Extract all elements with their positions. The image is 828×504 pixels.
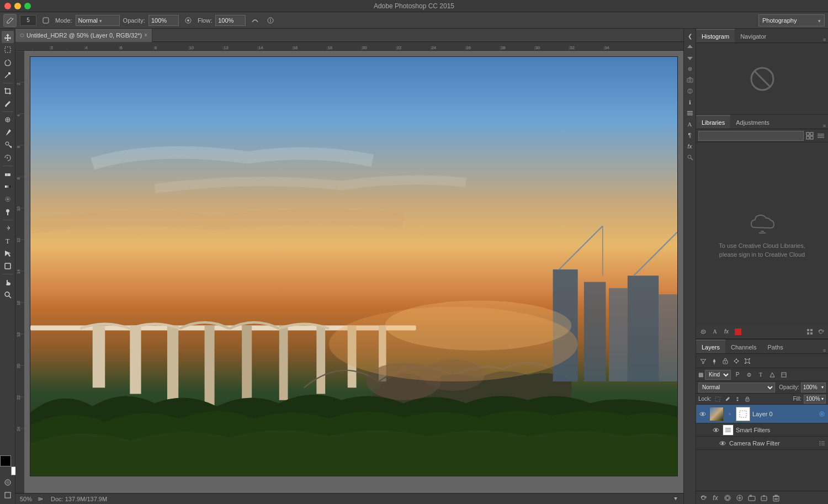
pressure-btn[interactable] — [264, 14, 277, 26]
filter-layers-btn[interactable] — [698, 356, 708, 366]
color-swatches[interactable] — [0, 455, 15, 471]
layers-menu[interactable]: ≡ — [821, 348, 828, 353]
kind-smart-icon[interactable] — [779, 370, 789, 380]
blur-tool[interactable] — [2, 193, 14, 205]
healing-brush-tool[interactable] — [2, 114, 14, 126]
layers-side-btn[interactable] — [685, 108, 695, 118]
nav-down-btn[interactable] — [685, 53, 695, 63]
canvas-content[interactable] — [24, 51, 683, 493]
new-layer-btn[interactable] — [759, 493, 769, 503]
kind-shape-icon[interactable] — [767, 370, 777, 380]
airbrush-btn[interactable] — [182, 14, 194, 26]
lib-search[interactable] — [698, 131, 804, 141]
screen-mode-btn[interactable] — [2, 489, 14, 501]
lib-menu[interactable]: ≡ — [821, 123, 828, 129]
visibility-btn[interactable] — [685, 64, 695, 74]
path-selection-tool[interactable] — [2, 247, 14, 259]
maximize-button[interactable] — [24, 3, 31, 9]
flow-input[interactable]: 100% — [215, 15, 246, 26]
transform-layers-btn[interactable] — [742, 356, 752, 366]
crop-tool[interactable] — [2, 85, 14, 97]
brush-shape-btn[interactable] — [40, 14, 52, 26]
close-button[interactable] — [4, 3, 11, 9]
window-controls[interactable] — [4, 3, 31, 9]
hand-tool[interactable] — [2, 276, 14, 288]
clone-stamp-tool[interactable] — [2, 139, 14, 151]
brush-tool[interactable] — [2, 126, 14, 139]
delete-layer-btn[interactable] — [771, 493, 781, 503]
share-btn[interactable] — [35, 493, 47, 505]
history-brush-tool[interactable] — [2, 152, 14, 164]
collapse-btn[interactable]: ❮ — [685, 31, 695, 41]
new-group-btn[interactable] — [747, 493, 757, 503]
link-icon[interactable] — [698, 327, 708, 337]
refresh-btn[interactable] — [816, 327, 826, 337]
link-layers-btn[interactable] — [698, 493, 708, 503]
brush-tool-icon[interactable] — [3, 14, 17, 27]
lock-all-btn[interactable] — [744, 395, 751, 403]
eraser-tool[interactable] — [2, 168, 14, 180]
adjust-btn[interactable] — [685, 86, 695, 96]
text-btn[interactable]: A — [685, 119, 695, 129]
lock-paint-btn[interactable] — [724, 395, 731, 403]
shape-tool[interactable] — [2, 260, 14, 272]
doc-tab[interactable]: Untitled_HDR2 @ 50% (Layer 0, RGB/32*) × — [15, 29, 152, 42]
move-layers-btn[interactable] — [731, 356, 741, 366]
foreground-color[interactable] — [0, 455, 11, 466]
histogram-tab[interactable]: Histogram — [696, 29, 735, 43]
doc-tab-close[interactable]: × — [144, 32, 147, 38]
lasso-tool[interactable] — [2, 56, 14, 68]
blend-mode-select[interactable]: Normal — [698, 383, 775, 392]
color-box[interactable] — [733, 327, 743, 337]
zoom-tool[interactable] — [2, 289, 14, 301]
kind-text-icon[interactable]: T — [756, 370, 766, 380]
layer-effects-0[interactable] — [818, 410, 826, 418]
camera-raw-options[interactable] — [818, 439, 826, 447]
layers-tab[interactable]: Layers — [696, 339, 725, 353]
fill-field[interactable]: 100% ▾ — [804, 395, 826, 404]
histogram-menu[interactable]: ≡ — [821, 37, 828, 43]
opacity-field[interactable]: 100% ▾ — [801, 383, 826, 392]
fx-btn[interactable]: fx — [721, 327, 731, 337]
eyedropper-tool[interactable] — [2, 98, 14, 110]
text-format-btn[interactable]: A — [710, 327, 720, 337]
add-mask-btn[interactable] — [723, 493, 733, 503]
add-style-btn[interactable]: fx — [710, 493, 720, 503]
libraries-tab[interactable]: Libraries — [696, 115, 730, 129]
arrow-btn[interactable] — [672, 495, 679, 503]
lock-move-btn[interactable] — [734, 395, 741, 403]
smoothing-btn[interactable] — [249, 14, 261, 26]
adjustments-tab[interactable]: Adjustments — [730, 115, 775, 129]
grid-btn[interactable] — [805, 327, 815, 337]
brush-size-box[interactable]: 5 — [20, 15, 36, 26]
camera-btn[interactable] — [685, 75, 695, 85]
move-tool[interactable] — [2, 31, 14, 43]
dodge-tool[interactable] — [2, 206, 14, 218]
navigator-tab[interactable]: Navigator — [735, 29, 772, 43]
camera-raw-eye[interactable] — [718, 439, 727, 448]
nav-up-btn[interactable] — [685, 42, 695, 52]
gradient-tool[interactable] — [2, 181, 14, 193]
lock-layers-btn[interactable] — [720, 356, 730, 366]
lib-grid-view[interactable] — [805, 131, 815, 141]
marquee-tool[interactable] — [2, 44, 14, 56]
new-fill-adj-btn[interactable] — [735, 493, 745, 503]
paths-tab[interactable]: Paths — [762, 339, 789, 353]
workspace-selector[interactable]: Photography — [758, 14, 825, 26]
paragraph-btn[interactable]: ¶ — [685, 130, 695, 140]
info-btn[interactable]: ℹ — [685, 97, 695, 107]
search-btn[interactable] — [685, 152, 695, 162]
pen-tool[interactable] — [2, 222, 14, 234]
lock-transparent-btn[interactable] — [714, 395, 721, 403]
layer-row-0[interactable]: Layer 0 — [696, 405, 828, 423]
kind-filter-icon[interactable]: P — [733, 370, 742, 380]
layer-eye-0[interactable] — [698, 410, 707, 418]
type-tool[interactable]: T — [2, 235, 14, 247]
layers-kind-select[interactable]: Kind — [705, 370, 731, 380]
fx-side-btn[interactable]: fx — [685, 141, 695, 151]
minimize-button[interactable] — [14, 3, 21, 9]
channels-tab[interactable]: Channels — [725, 339, 762, 353]
mode-dropdown[interactable]: Normal — [76, 15, 120, 26]
pin-icon[interactable] — [709, 356, 719, 366]
quick-mask-btn[interactable] — [2, 476, 14, 489]
